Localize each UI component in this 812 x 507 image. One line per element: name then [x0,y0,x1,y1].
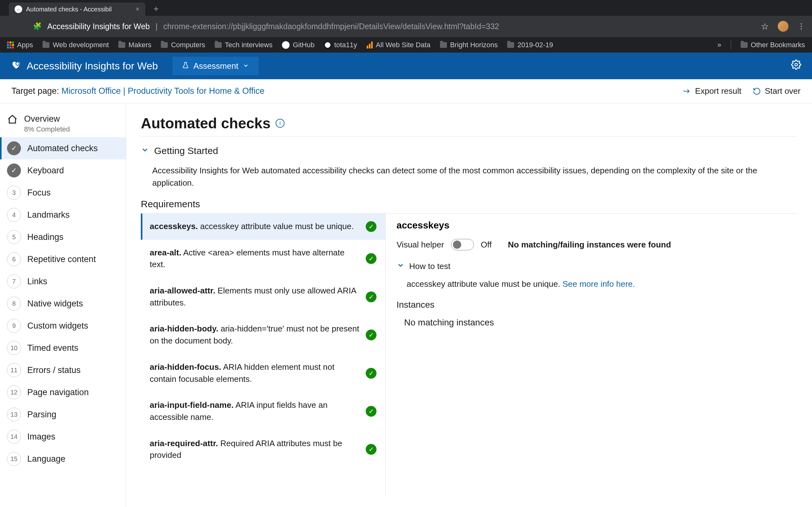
step-number: 15 [7,452,21,466]
export-label: Export result [695,86,741,96]
other-bookmarks[interactable]: Other Bookmarks [741,41,805,49]
requirement-item[interactable]: aria-allowed-attr. Elements must only us… [141,278,386,316]
sidebar-item-label: Images [27,432,55,442]
requirement-text: accesskeys. accesskey attribute value mu… [150,221,354,233]
sidebar-item[interactable]: 11Errors / status [0,359,126,381]
sidebar-item-label: Headings [27,232,63,242]
bookmark-label: 2019-02-19 [517,41,553,49]
folder-icon [440,42,447,48]
sidebar-item[interactable]: 5Headings [0,226,126,248]
bookmark-item[interactable]: GitHub [282,41,314,49]
svg-point-3 [795,63,798,66]
visual-helper-state: Off [481,240,492,250]
sidebar-item[interactable]: 4Landmarks [0,204,126,226]
browser-tab[interactable]: ⌕ Automated checks - Accessibil × [9,3,145,16]
settings-gear-icon[interactable] [791,60,801,72]
requirement-item[interactable]: aria-required-attr. Required ARIA attrib… [141,431,386,469]
target-page-link[interactable]: Microsoft Office | Productivity Tools fo… [61,86,264,96]
bookmark-label: Tech interviews [225,41,272,49]
visual-helper-toggle[interactable] [451,239,474,250]
home-icon [7,114,18,127]
getting-started-label: Getting Started [154,146,218,156]
mode-selector[interactable]: Assessment [172,57,259,75]
folder-icon [118,42,125,48]
bookmark-item[interactable]: Apps [7,41,33,49]
howto-link[interactable]: See more info here. [562,279,635,289]
sidebar-item[interactable]: ✓Keyboard [0,159,126,181]
flask-icon [182,61,189,71]
sidebar-item[interactable]: 9Custom widgets [0,315,126,337]
folder-icon [741,42,748,48]
sidebar-item-label: Automated checks [27,144,98,153]
requirement-item[interactable]: aria-hidden-focus. ARIA hidden element m… [141,354,386,392]
sidebar-item-label: Focus [27,188,51,198]
requirement-item[interactable]: aria-input-field-name. ARIA input fields… [141,392,386,430]
sidebar-item-label: Custom widgets [27,321,88,331]
how-to-test-header[interactable]: How to test [397,261,786,272]
bookmark-item[interactable]: tota11y [324,41,357,49]
github-icon [282,41,290,49]
folder-icon [215,42,222,48]
bookmark-label: Web development [53,41,109,49]
requirements-list: accesskeys. accesskey attribute value mu… [141,214,386,496]
profile-avatar[interactable] [778,21,789,32]
bookmark-label: Computers [171,41,205,49]
sidebar-item[interactable]: 6Repetitive content [0,248,126,270]
sidebar-item-overview[interactable]: Overview 8% Completed [0,109,126,137]
step-number: 12 [7,385,21,399]
apps-icon [7,42,14,49]
sidebar-item[interactable]: 10Timed events [0,337,126,359]
bookmarks-overflow-icon[interactable]: » [717,41,721,49]
sidebar-item-label: Page navigation [27,388,89,397]
step-number: 8 [7,297,21,311]
bookmark-item[interactable]: Makers [118,41,151,49]
requirement-text: aria-hidden-body. aria-hidden='true' mus… [150,323,359,347]
chevron-down-icon [141,146,149,156]
url-bar[interactable]: 🧩 Accessibility Insights for Web | chrom… [33,19,753,34]
step-number: 10 [7,341,21,355]
step-number: 5 [7,230,21,244]
sidebar-item[interactable]: 7Links [0,270,126,292]
getting-started-header[interactable]: Getting Started [141,146,798,156]
pass-icon: ✓ [366,406,376,417]
bookmark-star-icon[interactable]: ☆ [761,21,769,32]
bookmark-label: Apps [17,41,33,49]
extension-icon: 🧩 [33,22,42,31]
tab-title: Automated checks - Accessibil [26,6,112,13]
sidebar-item-label: Language [27,454,65,464]
bookmark-item[interactable]: 2019-02-19 [507,41,553,49]
requirement-item[interactable]: accesskeys. accesskey attribute value mu… [141,214,386,240]
intro-text: Accessibility Insights for Web automated… [141,164,798,189]
overview-label: Overview [24,114,70,124]
start-over-button[interactable]: Start over [753,86,801,96]
info-icon[interactable]: i [275,119,285,128]
sidebar-item[interactable]: 3Focus [0,181,126,204]
page-title-row: Automated checks i [141,115,798,136]
bookmark-item[interactable]: Computers [161,41,205,49]
chrome-menu-icon[interactable]: ⋮ [798,22,805,31]
bookmark-label: Other Bookmarks [751,41,805,49]
sidebar-item[interactable]: 15Language [0,448,126,470]
step-number: 11 [7,363,21,377]
instances-label: Instances [397,300,786,310]
bookmark-item[interactable]: All Web Site Data [367,41,430,49]
sidebar-item[interactable]: 8Native widgets [0,292,126,315]
sidebar-item-label: Landmarks [27,210,70,220]
app-logo[interactable]: Accessibility Insights for Web [11,59,158,72]
new-tab-button[interactable]: + [150,4,162,16]
requirement-item[interactable]: aria-hidden-body. aria-hidden='true' mus… [141,316,386,354]
url-title: Accessibility Insights for Web [47,22,150,31]
app-header: Accessibility Insights for Web Assessmen… [0,53,812,79]
close-tab-icon[interactable]: × [136,5,140,13]
bookmark-item[interactable]: Web development [43,41,109,49]
sidebar-item[interactable]: 13Parsing [0,403,126,426]
howto-text: accesskey attribute value must be unique… [407,279,560,289]
sidebar-item[interactable]: 14Images [0,426,126,448]
instances-body: No matching instances [404,318,786,328]
sidebar-item[interactable]: ✓Automated checks [0,137,126,159]
export-result-button[interactable]: Export result [683,86,741,96]
sidebar-item[interactable]: 12Page navigation [0,381,126,403]
bookmark-item[interactable]: Bright Horizons [440,41,498,49]
bookmark-item[interactable]: Tech interviews [215,41,272,49]
requirement-item[interactable]: area-alt. Active <area> elements must ha… [141,240,386,278]
